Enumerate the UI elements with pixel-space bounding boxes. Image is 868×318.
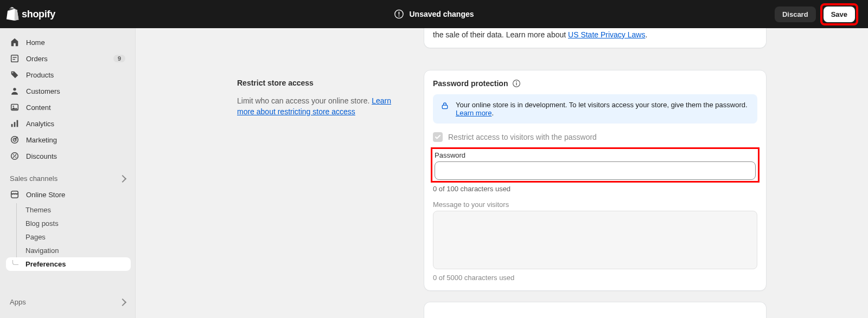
- person-icon: [10, 86, 20, 96]
- restrict-description: Restrict store access Limit who can acce…: [237, 70, 409, 318]
- tag-icon: [10, 70, 20, 80]
- online-store-subnav: Themes Blog posts Pages Navigation Prefe…: [16, 203, 131, 271]
- sales-channels-header[interactable]: Sales channels: [4, 171, 131, 186]
- svg-rect-1: [399, 12, 400, 15]
- sidebar-item-discounts[interactable]: Discounts: [4, 148, 131, 164]
- banner-suffix: .: [492, 109, 494, 117]
- save-button[interactable]: Save: [824, 7, 855, 22]
- highlight-save: Save: [820, 3, 858, 25]
- svg-point-6: [13, 88, 16, 90]
- brand-logo[interactable]: shopify: [7, 7, 55, 21]
- main-content: the sale of their data. Learn more about…: [136, 28, 868, 318]
- privacy-card-partial: the sale of their data. Learn more about…: [424, 28, 767, 48]
- restrict-checkbox-label: Restrict access to visitors with the pas…: [448, 133, 597, 141]
- alert-icon: [394, 9, 404, 19]
- discount-icon: [10, 151, 20, 161]
- svg-rect-11: [17, 120, 18, 127]
- svg-rect-9: [11, 124, 13, 127]
- sidebar-item-online-store[interactable]: Online Store: [4, 187, 131, 202]
- restrict-title: Restrict store access: [237, 79, 409, 87]
- restrict-checkbox: [433, 132, 443, 142]
- sidebar-item-analytics[interactable]: Analytics: [4, 116, 131, 131]
- password-protection-card: Password protection: [424, 70, 767, 291]
- sidebar-item-label: Discounts: [26, 152, 57, 160]
- message-textarea[interactable]: [433, 211, 757, 269]
- restrict-checkbox-row: Restrict access to visitors with the pas…: [433, 132, 757, 142]
- sidebar-item-home[interactable]: Home: [4, 35, 131, 50]
- sidebar-item-label: Home: [26, 38, 45, 47]
- privacy-text-suffix: .: [645, 30, 647, 39]
- sidebar: Home Orders 9 Products Customers Content…: [0, 28, 136, 318]
- unsaved-changes-label: Unsaved changes: [409, 10, 474, 18]
- us-state-privacy-link[interactable]: US State Privacy Laws: [568, 30, 645, 39]
- image-icon: [10, 102, 20, 112]
- sidebar-item-products[interactable]: Products: [4, 67, 131, 82]
- svg-rect-20: [516, 83, 517, 86]
- svg-rect-21: [442, 105, 448, 108]
- sidebar-item-label: Orders: [26, 55, 48, 63]
- discard-button[interactable]: Discard: [775, 7, 816, 22]
- svg-rect-5: [12, 59, 15, 60]
- svg-point-8: [13, 106, 14, 107]
- svg-rect-10: [14, 122, 16, 127]
- lock-icon: [441, 101, 449, 111]
- svg-point-2: [398, 16, 399, 17]
- banner-learn-more-link[interactable]: Learn more: [456, 109, 492, 117]
- sidebar-item-orders[interactable]: Orders 9: [4, 51, 131, 66]
- svg-rect-4: [12, 57, 16, 57]
- privacy-text-prefix: the sale of their data. Learn more about: [433, 30, 568, 39]
- restrict-desc-prefix: Limit who can access your online store.: [237, 96, 372, 105]
- target-icon: [10, 135, 20, 145]
- sidebar-item-content[interactable]: Content: [4, 100, 131, 115]
- message-label: Message to your visitors: [433, 200, 757, 209]
- sidebar-item-label: Marketing: [26, 136, 57, 144]
- sidebar-item-customers[interactable]: Customers: [4, 83, 131, 99]
- svg-point-15: [13, 154, 14, 155]
- apps-label: Apps: [10, 298, 26, 306]
- shopify-bag-icon: [7, 7, 20, 21]
- message-char-count: 0 of 5000 characters used: [433, 274, 757, 282]
- password-protection-title: Password protection: [433, 79, 508, 88]
- sub-item-blog-posts[interactable]: Blog posts: [17, 217, 131, 230]
- highlight-password-field: Password: [431, 147, 760, 183]
- sidebar-item-label: Online Store: [26, 191, 65, 199]
- next-card-partial: [424, 302, 767, 318]
- orders-badge: 9: [113, 55, 125, 62]
- chevron-right-icon: [119, 174, 126, 182]
- orders-icon: [10, 54, 20, 63]
- banner-text: Your online store is in development. To …: [456, 101, 748, 109]
- sub-item-pages[interactable]: Pages: [17, 230, 131, 244]
- analytics-icon: [10, 119, 20, 128]
- check-icon: [435, 134, 441, 140]
- sub-item-themes[interactable]: Themes: [17, 203, 131, 217]
- apps-header[interactable]: Apps: [4, 295, 131, 309]
- unsaved-changes-indicator: Unsaved changes: [394, 9, 474, 19]
- sidebar-item-marketing[interactable]: Marketing: [4, 132, 131, 147]
- svg-point-16: [15, 157, 16, 158]
- sidebar-item-label: Content: [26, 103, 51, 112]
- brand-name: shopify: [22, 9, 55, 20]
- password-input[interactable]: [435, 161, 756, 180]
- topbar: shopify Unsaved changes Discard Save: [0, 0, 868, 28]
- password-label: Password: [435, 151, 756, 159]
- svg-rect-3: [11, 55, 18, 62]
- sub-item-navigation[interactable]: Navigation: [17, 244, 131, 257]
- sales-channels-label: Sales channels: [10, 174, 58, 183]
- chevron-right-icon: [119, 298, 126, 306]
- sub-item-preferences[interactable]: Preferences: [6, 257, 131, 271]
- password-char-count: 0 of 100 characters used: [433, 185, 757, 193]
- store-icon: [10, 190, 20, 199]
- svg-point-19: [516, 81, 518, 82]
- home-icon: [10, 37, 20, 47]
- sidebar-item-label: Customers: [26, 87, 60, 95]
- development-banner: Your online store is in development. To …: [433, 94, 757, 124]
- sidebar-item-label: Analytics: [26, 120, 54, 128]
- info-icon[interactable]: [512, 79, 521, 88]
- sidebar-item-label: Products: [26, 71, 54, 79]
